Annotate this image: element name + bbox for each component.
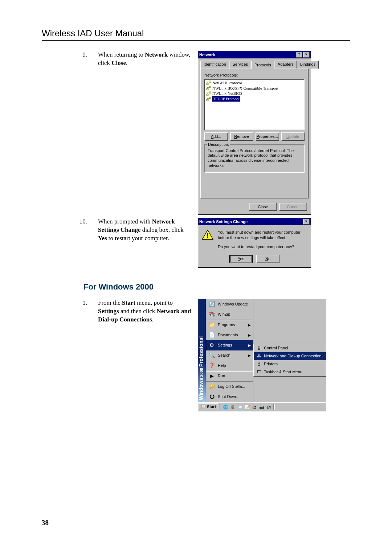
step-number: 10. — [42, 218, 98, 267]
submenu-arrow-icon: ▶ — [248, 353, 251, 358]
protocol-icon — [206, 80, 211, 85]
dialog-title: Network — [199, 52, 215, 58]
menu-item-icon: 🖧 — [256, 353, 262, 359]
tray-app-icon[interactable]: 🗂 — [266, 404, 272, 410]
start-button[interactable]: 🪟 Start — [199, 403, 218, 410]
start-menu-item[interactable]: ⏻Shut Down... — [206, 392, 253, 402]
menu-item-icon: 🖨 — [256, 361, 262, 367]
tab-identification[interactable]: Identification — [200, 61, 229, 69]
close-button[interactable]: Close — [249, 203, 277, 211]
menu-item-label: Taskbar & Start Menu... — [264, 369, 306, 375]
menu-item-icon: ▶ — [208, 373, 216, 380]
submenu-arrow-icon: ▶ — [248, 323, 251, 327]
no-button[interactable]: No — [256, 255, 279, 263]
svg-rect-6 — [207, 99, 208, 101]
tray-ie-icon[interactable]: 🌐 — [222, 404, 228, 410]
menu-item-icon: 🔑 — [208, 383, 216, 390]
protocol-item[interactable]: TCP/IP Protocol — [205, 96, 303, 102]
start-menu-item[interactable]: ▶Run... — [206, 371, 253, 381]
menu-item-icon: ❓ — [208, 362, 216, 369]
menu-item-icon: 🔍 — [208, 352, 216, 359]
submenu-arrow-icon: ▶ — [248, 333, 251, 337]
menu-item-icon: 📚 — [208, 311, 216, 318]
tab-services[interactable]: Services — [229, 61, 251, 69]
menu-item-icon: ⏻ — [208, 393, 216, 401]
protocol-item[interactable]: NWLink NetBIOS — [205, 91, 303, 96]
close-icon[interactable]: × — [303, 219, 310, 225]
menu-item-icon: 🗔 — [256, 369, 262, 375]
menu-item-label: Documents — [218, 332, 238, 338]
start-menu-screenshot: Windows 2000 Professional 🔄Windows Updat… — [198, 299, 326, 411]
tray-app-icon[interactable]: 🗂 — [252, 404, 257, 410]
menu-item-icon: 🗄 — [256, 345, 262, 351]
warning-icon: ! — [202, 230, 213, 240]
settings-submenu-item[interactable]: 🖧Network and Dial-up Connections — [254, 352, 326, 360]
menu-item-label: Settings — [218, 342, 232, 348]
windows-icon: 🪟 — [201, 404, 206, 410]
protocols-listbox[interactable]: NetBEUI ProtocolNWLink IPX/SPX Compatibl… — [204, 79, 305, 130]
menu-item-label: Control Panel — [264, 345, 288, 351]
start-menu-band: Windows 2000 Professional — [198, 299, 206, 402]
menu-item-label: Log Off Stella... — [218, 384, 245, 389]
menu-item-label: WinZip — [218, 312, 230, 317]
settings-submenu-item[interactable]: 🖨Printers — [254, 360, 326, 368]
nsc-message-1: You must shut down and restart your comp… — [218, 230, 307, 241]
svg-rect-4 — [207, 94, 208, 95]
start-menu-item[interactable]: ⚙Settings▶ — [206, 340, 253, 350]
close-icon[interactable]: × — [303, 52, 310, 58]
network-dialog: Network ? × IdentificationServicesProtoc… — [198, 51, 311, 215]
description-label: Description: — [207, 142, 230, 147]
svg-rect-2 — [207, 89, 208, 90]
description-text: Transport Control Protocol/Internet Prot… — [208, 148, 301, 168]
tray-outlook-icon[interactable]: 📨 — [237, 404, 243, 410]
start-menu-item[interactable]: 📚WinZip — [206, 309, 253, 320]
step10-text: When prompted with Network Settings Chan… — [98, 218, 192, 267]
help-icon[interactable]: ? — [296, 52, 302, 58]
section-title-win2000: For Windows 2000 — [83, 282, 350, 292]
protocol-icon — [206, 86, 211, 91]
step9-text: When returning to Network window, click … — [98, 51, 192, 215]
tray-desktop-icon[interactable]: 🖥 — [230, 404, 236, 410]
menu-item-icon: ⚙ — [208, 342, 216, 349]
menu-item-label: Search — [218, 353, 230, 358]
tab-adapters[interactable]: Adapters — [274, 61, 297, 69]
remove-button[interactable]: Remove — [230, 132, 254, 141]
properties-button[interactable]: Properties... — [256, 132, 279, 141]
start-menu-item[interactable]: 📄Documents▶ — [206, 330, 253, 340]
page-number: 38 — [42, 519, 49, 527]
tray-app-icon[interactable]: 📷 — [259, 404, 265, 410]
protocol-icon — [206, 97, 211, 102]
step-number: 9. — [42, 51, 98, 215]
settings-submenu-item[interactable]: 🗔Taskbar & Start Menu... — [254, 368, 326, 376]
menu-item-label: Network and Dial-up Connections — [264, 353, 323, 359]
menu-item-icon: 🔄 — [208, 301, 216, 308]
tray-app-icon[interactable]: 📝 — [244, 404, 250, 410]
tab-bindings[interactable]: Bindings — [297, 61, 319, 69]
protocol-item[interactable]: NWLink IPX/SPX Compatible Transport — [205, 86, 303, 91]
start-menu-item[interactable]: 🔑Log Off Stella... — [206, 381, 253, 392]
start-menu-item[interactable]: 🔄Windows Update — [206, 299, 253, 309]
update-button: Update — [281, 132, 305, 141]
dialog-title: Network Settings Change — [199, 219, 248, 225]
step-number: 1. — [42, 299, 98, 411]
protocols-label: etwork Protocols: — [207, 73, 238, 77]
network-settings-change-dialog: Network Settings Change × ! You must shu… — [198, 218, 311, 267]
menu-item-icon: 📁 — [208, 321, 216, 329]
start-menu-item[interactable]: 🔍Search▶ — [206, 350, 253, 361]
yes-button[interactable]: Yes — [229, 255, 253, 263]
nsc-message-2: Do you want to restart your computer now… — [218, 244, 307, 250]
add-button[interactable]: Add... — [204, 132, 228, 141]
start-menu-item[interactable]: ❓Help — [206, 361, 253, 371]
page-header: Wireless IAD User Manual — [42, 28, 350, 41]
menu-item-label: Printers — [264, 361, 278, 367]
cancel-button: Cancel — [279, 203, 307, 211]
protocol-item[interactable]: NetBEUI Protocol — [205, 80, 303, 86]
menu-item-icon: 📄 — [208, 332, 216, 339]
menu-item-label: Shut Down... — [218, 394, 241, 399]
menu-item-label: Help — [218, 363, 226, 368]
start-menu-item[interactable]: 📁Programs▶ — [206, 320, 253, 330]
svg-text:!: ! — [207, 232, 209, 239]
menu-item-label: Windows Update — [218, 301, 248, 307]
tab-protocols[interactable]: Protocols — [251, 61, 274, 69]
settings-submenu-item[interactable]: 🗄Control Panel — [254, 344, 326, 352]
